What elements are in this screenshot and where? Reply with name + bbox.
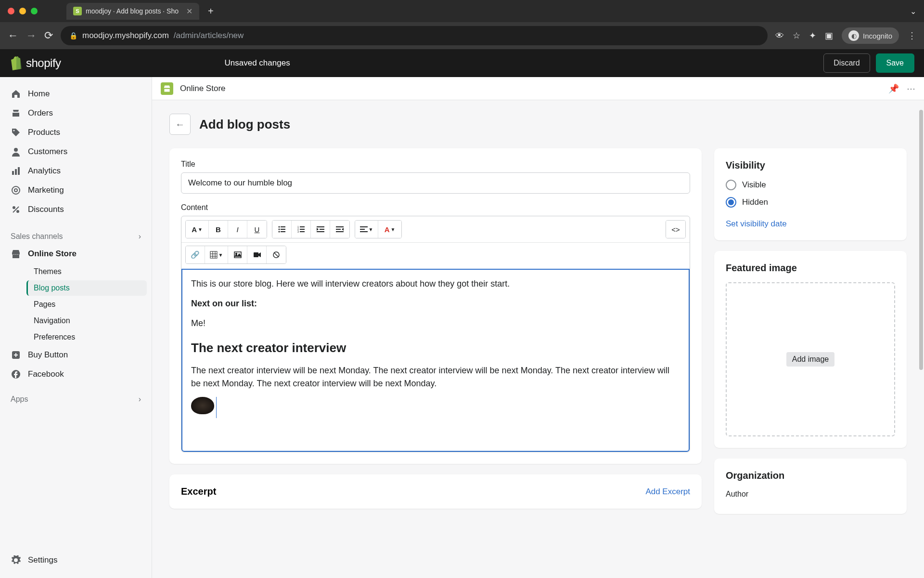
window-maximize-button[interactable] <box>31 8 38 14</box>
rte-bold-button[interactable]: B <box>209 221 228 238</box>
rte-content-area[interactable]: This is our store blog. Here we will int… <box>181 269 690 452</box>
svg-point-5 <box>12 186 20 194</box>
nav-online-store[interactable]: Online Store <box>5 245 147 263</box>
nav-label: Pages <box>34 300 55 309</box>
nav-products[interactable]: Products <box>5 123 147 142</box>
svg-rect-28 <box>336 231 344 232</box>
nav-navigation[interactable]: Navigation <box>28 313 147 328</box>
add-image-button[interactable]: Add image <box>786 352 835 367</box>
title-label: Title <box>181 160 690 169</box>
svg-point-11 <box>278 226 280 228</box>
discard-button[interactable]: Discard <box>823 53 870 73</box>
apps-header[interactable]: Apps › <box>5 391 147 407</box>
star-icon[interactable]: ☆ <box>793 30 800 41</box>
svg-point-15 <box>278 231 280 233</box>
svg-rect-20 <box>300 229 305 230</box>
nav-home[interactable]: Home <box>5 85 147 103</box>
nav-discounts[interactable]: Discounts <box>5 200 147 219</box>
rte-outdent-button[interactable] <box>311 221 330 238</box>
save-button[interactable]: Save <box>876 53 914 73</box>
incognito-badge[interactable]: ◐ Incognito <box>842 27 899 44</box>
nav-blog-posts[interactable]: Blog posts <box>26 280 147 296</box>
kebab-menu-icon[interactable]: ⋮ <box>908 30 916 41</box>
nav-analytics[interactable]: Analytics <box>5 162 147 180</box>
author-label: Author <box>726 490 895 499</box>
rte-numbered-list-button[interactable]: 123 <box>292 221 311 238</box>
browser-extensions: 👁 ☆ ✦ ▣ ◐ Incognito ⋮ <box>775 27 916 44</box>
window-minimize-button[interactable] <box>19 8 26 14</box>
nav-label: Marketing <box>28 185 64 195</box>
nav-label: Orders <box>28 108 53 118</box>
nav-themes[interactable]: Themes <box>28 264 147 279</box>
radio-icon <box>726 197 736 208</box>
eye-off-icon[interactable]: 👁 <box>775 31 784 41</box>
radio-label: Visible <box>742 180 766 190</box>
back-icon[interactable]: ← <box>8 29 18 42</box>
rte-image-button[interactable] <box>228 246 247 263</box>
content-image-bowl[interactable] <box>191 397 214 414</box>
svg-rect-31 <box>360 231 368 232</box>
tab-title: moodjoy · Add blog posts · Sho <box>86 7 179 15</box>
content-scroll[interactable]: ← Add blog posts Title Content A▼ <box>152 100 924 578</box>
nav-marketing[interactable]: Marketing <box>5 181 147 199</box>
nav-orders[interactable]: Orders <box>5 104 147 122</box>
tabs-chevron-icon[interactable]: ⌄ <box>910 7 916 16</box>
rte-clear-format-button[interactable] <box>267 246 286 263</box>
svg-rect-24 <box>320 229 324 230</box>
add-excerpt-link[interactable]: Add Excerpt <box>645 487 690 497</box>
rte-align-button[interactable]: ▼ <box>355 221 378 238</box>
tab-close-icon[interactable]: ✕ <box>186 7 192 16</box>
rte-underline-button[interactable]: U <box>247 221 267 238</box>
sales-channels-header[interactable]: Sales channels › <box>5 228 147 245</box>
rte-paragraph-style-button[interactable]: A▼ <box>186 221 209 238</box>
svg-rect-26 <box>336 226 344 227</box>
image-dropzone[interactable]: Add image <box>726 282 895 436</box>
back-button[interactable]: ← <box>169 114 191 135</box>
rte-table-button[interactable]: ▼ <box>205 246 228 263</box>
more-icon[interactable]: ⋯ <box>907 83 915 94</box>
svg-rect-39 <box>254 252 258 257</box>
set-visibility-date-link[interactable]: Set visibility date <box>726 219 787 229</box>
rte-color-button[interactable]: A▼ <box>378 221 401 238</box>
shopify-wordmark: shopify <box>26 56 61 70</box>
section-label: Apps <box>11 395 28 404</box>
url-bar[interactable]: 🔒 moodjoy.myshopify.com/admin/articles/n… <box>61 26 768 45</box>
scrollbar[interactable] <box>918 100 923 578</box>
shopify-logo[interactable]: shopify <box>10 55 61 71</box>
reload-icon[interactable]: ⟳ <box>44 29 53 42</box>
nav-pages[interactable]: Pages <box>28 297 147 312</box>
home-icon <box>11 89 21 99</box>
text-cursor <box>216 397 217 418</box>
nav-preferences[interactable]: Preferences <box>28 329 147 345</box>
svg-point-7 <box>13 206 15 209</box>
rte-video-button[interactable] <box>247 246 267 263</box>
window-close-button[interactable] <box>8 8 14 14</box>
nav-buy-button[interactable]: Buy Button <box>5 346 147 364</box>
nav-label: Analytics <box>28 166 61 176</box>
rte-bullet-list-button[interactable] <box>272 221 292 238</box>
nav-settings[interactable]: Settings <box>5 551 147 569</box>
content-paragraph: Me! <box>191 317 680 330</box>
nav-customers[interactable]: Customers <box>5 143 147 161</box>
visibility-visible-radio[interactable]: Visible <box>726 180 895 190</box>
visibility-hidden-radio[interactable]: Hidden <box>726 197 895 208</box>
unsaved-changes-label: Unsaved changes <box>225 58 290 68</box>
panel-icon[interactable]: ▣ <box>825 30 833 41</box>
organization-card: Organization Author <box>714 459 907 514</box>
nav-label: Products <box>28 128 60 137</box>
title-input[interactable] <box>181 172 690 194</box>
rte-italic-button[interactable]: I <box>228 221 247 238</box>
rte-indent-button[interactable] <box>330 221 349 238</box>
svg-rect-3 <box>15 169 17 175</box>
svg-rect-23 <box>317 226 324 227</box>
svg-point-13 <box>278 229 280 230</box>
pin-icon[interactable]: 📌 <box>888 83 899 94</box>
new-tab-button[interactable]: + <box>208 6 214 17</box>
extensions-icon[interactable]: ✦ <box>809 30 816 41</box>
incognito-label: Incognito <box>863 32 892 40</box>
browser-tab[interactable]: S moodjoy · Add blog posts · Sho ✕ <box>66 3 199 20</box>
forward-icon[interactable]: → <box>26 29 37 42</box>
rte-link-button[interactable]: 🔗 <box>186 246 205 263</box>
rte-html-button[interactable]: <> <box>666 221 685 238</box>
nav-facebook[interactable]: Facebook <box>5 365 147 383</box>
